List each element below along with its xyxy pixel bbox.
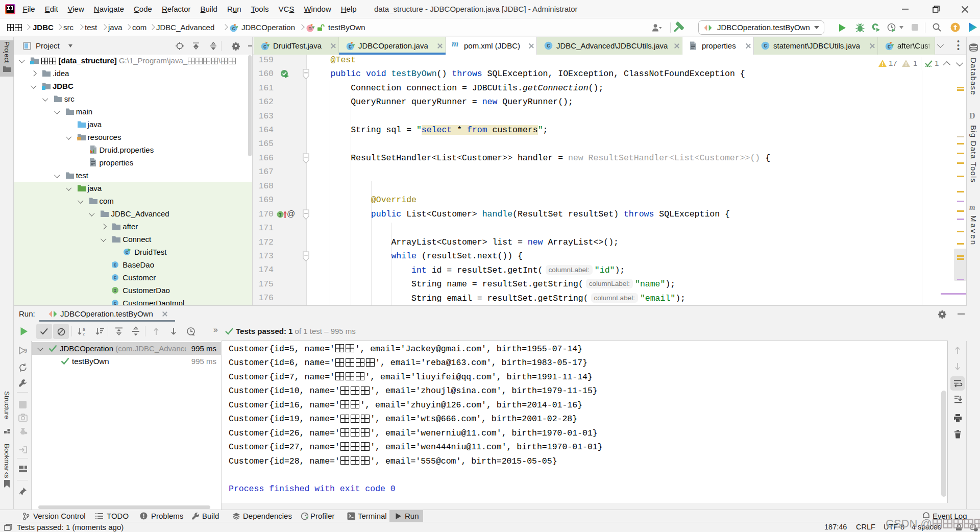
svg-text:C: C — [888, 44, 891, 50]
svg-text:C: C — [547, 43, 550, 49]
svg-text:9: 9 — [24, 348, 27, 354]
svg-text:C: C — [114, 301, 117, 305]
svg-text:I: I — [114, 288, 116, 294]
svg-text:C: C — [764, 43, 767, 49]
svg-text:C: C — [114, 276, 117, 281]
svg-text:C: C — [232, 26, 235, 32]
svg-text:C: C — [349, 44, 352, 50]
svg-text:C: C — [263, 44, 266, 50]
svg-text:z: z — [83, 331, 85, 336]
svg-text:C: C — [114, 263, 117, 268]
svg-text:m: m — [308, 26, 311, 32]
